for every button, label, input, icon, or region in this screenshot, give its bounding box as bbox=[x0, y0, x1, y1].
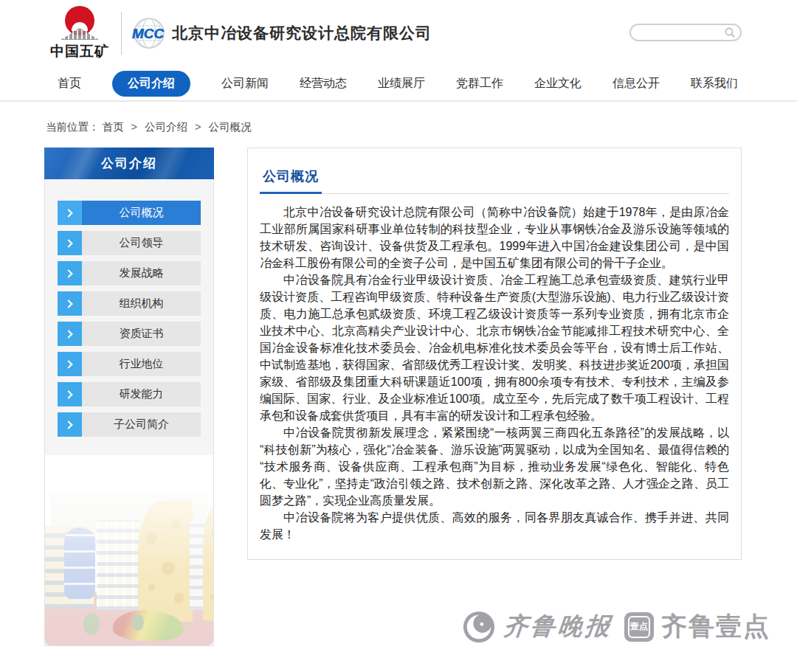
nav-item-corporate-culture[interactable]: 企业文化 bbox=[534, 76, 582, 91]
breadcrumb-separator: > bbox=[131, 121, 137, 133]
sidebar-item-subsidiaries[interactable]: 子公司简介 bbox=[58, 412, 201, 437]
sidebar-item-organization[interactable]: 组织机构 bbox=[58, 291, 201, 316]
main-panel: 公司概况 北京中冶设备研究设计总院有限公司（简称中冶设备院）始建于1978年，是… bbox=[247, 148, 742, 560]
sidebar-menu: 公司概况 公司领导 发展战略 组织机构 bbox=[45, 201, 213, 437]
mcc-logo-text: MCC bbox=[132, 26, 164, 42]
sidebar-building-image bbox=[45, 455, 213, 645]
sidebar-title: 公司介绍 bbox=[44, 148, 214, 179]
breadcrumb-link-company-intro[interactable]: 公司介绍 bbox=[145, 121, 187, 133]
qilu-watermark: 齐鲁晚报 壹点 齐鲁壹点 bbox=[462, 609, 770, 644]
article-paragraph: 中冶设备院具有冶金行业甲级设计资质、冶金工程施工总承包壹级资质、建筑行业甲级设计… bbox=[260, 271, 729, 424]
article-paragraph: 中冶设备院将为客户提供优质、高效的服务，同各界朋友真诚合作、携手并进、共同发展！ bbox=[260, 509, 729, 543]
search-box[interactable] bbox=[629, 24, 742, 41]
nav-item-info-disclosure[interactable]: 信息公开 bbox=[613, 76, 660, 91]
section-title: 公司概况 bbox=[260, 167, 322, 194]
nav-item-company-intro[interactable]: 公司介绍 bbox=[112, 71, 190, 97]
chevron-right-icon bbox=[58, 352, 82, 376]
nav-item-home[interactable]: 首页 bbox=[58, 76, 81, 91]
chevron-right-icon bbox=[58, 382, 82, 406]
chevron-right-icon bbox=[58, 261, 82, 285]
header-divider bbox=[121, 12, 122, 55]
breadcrumb-prefix: 当前位置： bbox=[46, 121, 100, 133]
sidebar-item-industry-position[interactable]: 行业地位 bbox=[58, 352, 201, 376]
search-input[interactable] bbox=[640, 27, 724, 38]
sidebar-item-company-leaders[interactable]: 公司领导 bbox=[58, 231, 201, 255]
chevron-right-icon bbox=[58, 291, 82, 316]
company-name-title: 北京中冶设备研究设计总院有限公司 bbox=[172, 23, 432, 44]
search-icon[interactable] bbox=[724, 27, 736, 38]
breadcrumb-link-home[interactable]: 首页 bbox=[103, 121, 124, 133]
sidebar-item-qualification-certificates[interactable]: 资质证书 bbox=[58, 322, 201, 346]
site-header: 中国五矿 MCC 北京中冶设备研究设计总院有限公司 bbox=[0, 0, 797, 66]
sidebar: 公司介绍 公司概况 公司领导 发展战略 bbox=[44, 148, 214, 646]
nav-item-business-trends[interactable]: 经营动态 bbox=[300, 76, 347, 91]
minmetals-logo-text: 中国五矿 bbox=[50, 42, 109, 61]
qilu-evening-news-logo-text: 齐鲁晚报 bbox=[502, 610, 615, 643]
main-nav: 首页 公司介绍 公司新闻 经营动态 业绩展厅 党群工作 企业文化 信息公开 联系… bbox=[0, 66, 797, 102]
nav-item-company-news[interactable]: 公司新闻 bbox=[221, 76, 269, 91]
section-header: 公司概况 bbox=[260, 167, 729, 194]
breadcrumb-link-company-overview[interactable]: 公司概况 bbox=[209, 121, 252, 133]
article-paragraph: 中冶设备院贯彻新发展理念，紧紧围绕“一核两翼三商四化五条路径”的发展战略，以“科… bbox=[260, 424, 729, 509]
minmetals-emblem-icon bbox=[55, 6, 104, 40]
company-overview-article: 北京中冶设备研究设计总院有限公司（简称中冶设备院）始建于1978年，是由原冶金工… bbox=[260, 204, 729, 543]
sidebar-item-rd-capability[interactable]: 研发能力 bbox=[58, 382, 201, 406]
nav-item-achievements[interactable]: 业绩展厅 bbox=[378, 76, 425, 91]
breadcrumb-separator: > bbox=[195, 121, 201, 133]
sidebar-item-company-overview[interactable]: 公司概况 bbox=[58, 201, 201, 225]
minmetals-logo[interactable]: 中国五矿 bbox=[46, 6, 114, 61]
content-area: 公司介绍 公司概况 公司领导 发展战略 bbox=[0, 148, 797, 646]
breadcrumb: 当前位置： 首页 > 公司介绍 > 公司概况 bbox=[46, 120, 797, 134]
chevron-right-icon bbox=[58, 231, 82, 255]
mcc-globe-icon: MCC bbox=[132, 16, 166, 50]
nav-item-contact-us[interactable]: 联系我们 bbox=[691, 76, 738, 91]
page: 中国五矿 MCC 北京中冶设备研究设计总院有限公司 bbox=[0, 0, 797, 672]
yidian-app-icon: 壹点 bbox=[624, 612, 654, 642]
article-paragraph: 北京中冶设备研究设计总院有限公司（简称中冶设备院）始建于1978年，是由原冶金工… bbox=[260, 204, 729, 271]
mcc-logo-block[interactable]: MCC 北京中冶设备研究设计总院有限公司 bbox=[132, 16, 432, 50]
chevron-right-icon bbox=[58, 412, 82, 437]
nav-item-party-work[interactable]: 党群工作 bbox=[456, 76, 503, 91]
sidebar-panel: 公司概况 公司领导 发展战略 组织机构 bbox=[44, 179, 214, 646]
qilu-yidian-logo-text: 齐鲁壹点 bbox=[661, 609, 770, 644]
qilu-swirl-icon bbox=[462, 610, 496, 644]
sidebar-item-development-strategy[interactable]: 发展战略 bbox=[58, 261, 201, 285]
chevron-right-icon bbox=[58, 201, 82, 225]
chevron-right-icon bbox=[58, 322, 82, 346]
